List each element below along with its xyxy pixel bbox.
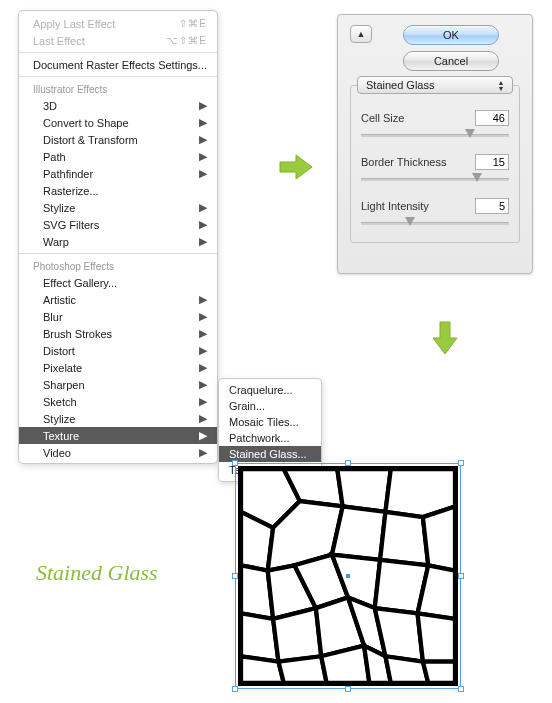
- param-light-intensity: Light Intensity: [361, 198, 509, 228]
- chevron-right-icon: ▶: [199, 361, 207, 374]
- section-header-illustrator: Illustrator Effects: [19, 80, 217, 97]
- menu-convert-to-shape[interactable]: Convert to Shape▶: [19, 114, 217, 131]
- light-intensity-input[interactable]: [475, 198, 509, 214]
- chevron-right-icon: ▶: [199, 446, 207, 459]
- submenu-grain[interactable]: Grain...: [219, 398, 321, 414]
- param-label: Border Thickness: [361, 156, 475, 168]
- chevron-right-icon: ▶: [199, 201, 207, 214]
- chevron-right-icon: ▶: [199, 99, 207, 112]
- chevron-right-icon: ▶: [199, 293, 207, 306]
- menu-label: Last Effect: [33, 35, 166, 47]
- menu-separator: [19, 76, 217, 77]
- chevron-right-icon: ▶: [199, 167, 207, 180]
- cell-size-slider[interactable]: [361, 130, 509, 140]
- menu-shortcut: ⇧⌘E: [179, 18, 207, 29]
- chevron-right-icon: ▶: [199, 429, 207, 442]
- menu-sharpen[interactable]: Sharpen▶: [19, 376, 217, 393]
- menu-video[interactable]: Video▶: [19, 444, 217, 461]
- updown-caret-icon: ▲▼: [494, 79, 508, 93]
- menu-label: Apply Last Effect: [33, 18, 179, 30]
- filter-group: Stained Glass ▲▼ Cell Size Border Thickn…: [350, 85, 520, 243]
- menu-rasterize[interactable]: Rasterize...: [19, 182, 217, 199]
- menu-svg-filters[interactable]: SVG Filters▶: [19, 216, 217, 233]
- menu-distort[interactable]: Distort▶: [19, 342, 217, 359]
- border-thickness-slider[interactable]: [361, 174, 509, 184]
- stained-glass-preview: [238, 466, 458, 686]
- menu-stylize-ai[interactable]: Stylize▶: [19, 199, 217, 216]
- menu-shortcut: ⌥⇧⌘E: [166, 35, 207, 46]
- menu-artistic[interactable]: Artistic▶: [19, 291, 217, 308]
- menu-3d[interactable]: 3D▶: [19, 97, 217, 114]
- selection-handle[interactable]: [232, 686, 238, 692]
- selection-handle[interactable]: [458, 686, 464, 692]
- selection-handle[interactable]: [345, 686, 351, 692]
- ok-button[interactable]: OK: [403, 25, 499, 45]
- submenu-craquelure[interactable]: Craquelure...: [219, 382, 321, 398]
- menu-separator: [19, 253, 217, 254]
- selection-handle[interactable]: [458, 573, 464, 579]
- slider-thumb-icon[interactable]: [405, 217, 415, 226]
- menu-pixelate[interactable]: Pixelate▶: [19, 359, 217, 376]
- border-thickness-input[interactable]: [475, 154, 509, 170]
- dialog-collapse-button[interactable]: ▲: [350, 25, 372, 43]
- slider-thumb-icon[interactable]: [465, 129, 475, 138]
- chevron-right-icon: ▶: [199, 310, 207, 323]
- menu-pathfinder[interactable]: Pathfinder▶: [19, 165, 217, 182]
- menu-raster-settings[interactable]: Document Raster Effects Settings...: [19, 56, 217, 73]
- menu-blur[interactable]: Blur▶: [19, 308, 217, 325]
- selection-handle[interactable]: [458, 460, 464, 466]
- chevron-right-icon: ▶: [199, 218, 207, 231]
- menu-apply-last: Apply Last Effect ⇧⌘E: [19, 15, 217, 32]
- triangle-up-icon: ▲: [357, 29, 366, 39]
- filter-select-label: Stained Glass: [366, 79, 434, 91]
- menu-separator: [19, 52, 217, 53]
- cancel-button[interactable]: Cancel: [403, 51, 499, 71]
- param-label: Cell Size: [361, 112, 475, 124]
- menu-warp[interactable]: Warp▶: [19, 233, 217, 250]
- menu-label: Document Raster Effects Settings...: [33, 59, 207, 71]
- chevron-right-icon: ▶: [199, 412, 207, 425]
- slider-thumb-icon[interactable]: [472, 173, 482, 182]
- menu-last-effect: Last Effect ⌥⇧⌘E: [19, 32, 217, 49]
- cell-size-input[interactable]: [475, 110, 509, 126]
- caption-text: Stained Glass: [36, 560, 158, 586]
- chevron-right-icon: ▶: [199, 133, 207, 146]
- menu-effect-gallery[interactable]: Effect Gallery...: [19, 274, 217, 291]
- chevron-right-icon: ▶: [199, 150, 207, 163]
- menu-stylize-ps[interactable]: Stylize▶: [19, 410, 217, 427]
- chevron-right-icon: ▶: [199, 395, 207, 408]
- filter-select[interactable]: Stained Glass ▲▼: [357, 76, 513, 94]
- section-header-photoshop: Photoshop Effects: [19, 257, 217, 274]
- chevron-right-icon: ▶: [199, 327, 207, 340]
- menu-path[interactable]: Path▶: [19, 148, 217, 165]
- menu-texture[interactable]: Texture▶: [19, 427, 217, 444]
- menu-brush-strokes[interactable]: Brush Strokes▶: [19, 325, 217, 342]
- param-border-thickness: Border Thickness: [361, 154, 509, 184]
- stained-glass-dialog: ▲ OK Cancel Stained Glass ▲▼ Cell Size B…: [337, 14, 533, 274]
- submenu-mosaic-tiles[interactable]: Mosaic Tiles...: [219, 414, 321, 430]
- menu-sketch[interactable]: Sketch▶: [19, 393, 217, 410]
- selection-center-icon: [346, 574, 350, 578]
- chevron-right-icon: ▶: [199, 235, 207, 248]
- submenu-patchwork[interactable]: Patchwork...: [219, 430, 321, 446]
- param-cell-size: Cell Size: [361, 110, 509, 140]
- chevron-right-icon: ▶: [199, 378, 207, 391]
- effects-menu: Apply Last Effect ⇧⌘E Last Effect ⌥⇧⌘E D…: [18, 10, 218, 464]
- result-selection[interactable]: [232, 460, 464, 692]
- param-label: Light Intensity: [361, 200, 475, 212]
- chevron-right-icon: ▶: [199, 344, 207, 357]
- chevron-right-icon: ▶: [199, 116, 207, 129]
- light-intensity-slider[interactable]: [361, 218, 509, 228]
- menu-distort-transform[interactable]: Distort & Transform▶: [19, 131, 217, 148]
